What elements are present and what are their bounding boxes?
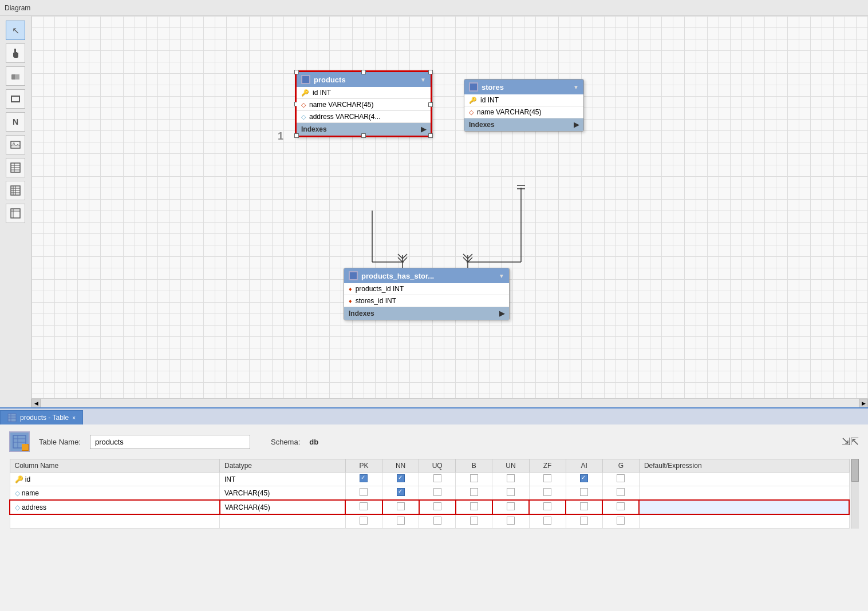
row-un-id[interactable] xyxy=(492,473,529,486)
select-tool-btn[interactable]: ↖ xyxy=(6,21,25,40)
col-header-b: B xyxy=(456,459,492,473)
products-table-tab[interactable]: products - Table × xyxy=(0,410,83,424)
resize-handle-br[interactable] xyxy=(428,133,433,138)
row-nn-id[interactable] xyxy=(382,473,419,486)
table-row-selected[interactable]: ◇ address VARCHAR(45) xyxy=(10,500,849,514)
col-header-nn: NN xyxy=(382,459,419,473)
table-row-empty[interactable] xyxy=(10,514,849,529)
row-un-name[interactable] xyxy=(492,486,529,501)
relation-tool-btn[interactable] xyxy=(6,181,25,200)
scrollbar-thumb[interactable] xyxy=(851,459,859,482)
tab-close-btn[interactable]: × xyxy=(72,415,76,421)
empty-uq[interactable] xyxy=(419,514,456,529)
diagram-canvas[interactable]: 1 products ▼ 🔑 id INT ◇ name VARCHAR(45)… xyxy=(31,16,868,416)
empty-g[interactable] xyxy=(602,514,639,529)
row-pk-name[interactable] xyxy=(345,486,382,501)
grid-scrollbar[interactable] xyxy=(851,459,859,529)
phs-row-stores-id[interactable]: ♦ stores_id INT xyxy=(344,295,509,307)
row-zf-address[interactable] xyxy=(529,500,566,514)
resize-handle-tm[interactable] xyxy=(361,70,366,74)
row-ai-address[interactable] xyxy=(566,500,602,514)
phs-dropdown[interactable]: ▼ xyxy=(499,273,504,279)
image-tool-btn[interactable] xyxy=(6,135,25,154)
row-g-address[interactable] xyxy=(602,500,639,514)
col-header-name: Column Name xyxy=(10,459,220,473)
empty-ai[interactable] xyxy=(566,514,602,529)
products-row-name[interactable]: ◇ name VARCHAR(45) xyxy=(297,99,431,111)
products-row-id[interactable]: 🔑 id INT xyxy=(297,87,431,99)
phs-footer[interactable]: Indexes ▶ xyxy=(344,307,509,320)
stores-footer[interactable]: Indexes ▶ xyxy=(464,118,583,131)
table-products-has-stores[interactable]: products_has_stor... ▼ ♦ products_id INT… xyxy=(344,268,510,320)
row-datatype-name: VARCHAR(45) xyxy=(220,486,346,501)
products-row-address[interactable]: ◇ address VARCHAR(4... xyxy=(297,111,431,123)
row-uq-id[interactable] xyxy=(419,473,456,486)
resize-handle-tr[interactable] xyxy=(428,70,433,74)
eraser-tool-btn[interactable] xyxy=(6,66,25,86)
empty-zf[interactable] xyxy=(529,514,566,529)
row-handle-name[interactable] xyxy=(428,102,433,107)
scroll-right-arrow[interactable]: ▶ xyxy=(859,399,868,408)
resize-handle-tl[interactable] xyxy=(294,70,299,74)
products-col-name: name VARCHAR(45) xyxy=(309,101,373,109)
row-zf-name[interactable] xyxy=(529,486,566,501)
stores-header[interactable]: stores ▼ xyxy=(464,80,583,94)
row-b-id[interactable] xyxy=(456,473,492,486)
products-indexes-label: Indexes xyxy=(301,125,327,133)
tab-icon xyxy=(7,413,17,422)
diagram-scrollbar[interactable]: ◀ ▶ xyxy=(31,398,868,407)
phs-col-stores-id: stores_id INT xyxy=(356,297,396,305)
products-table-icon xyxy=(301,75,310,84)
hand-tool-btn[interactable] xyxy=(6,43,25,63)
row-un-address[interactable] xyxy=(492,500,529,514)
empty-un[interactable] xyxy=(492,514,529,529)
phs-row-products-id[interactable]: ♦ products_id INT xyxy=(344,283,509,295)
row-g-name[interactable] xyxy=(602,486,639,501)
empty-nn[interactable] xyxy=(382,514,419,529)
row-b-address[interactable] xyxy=(456,500,492,514)
expand-button[interactable]: ⇲⇱ xyxy=(842,435,859,448)
phs-header[interactable]: products_has_stor... ▼ xyxy=(344,268,509,283)
phs-fk-icon-1: ♦ xyxy=(349,285,352,292)
row-pk-id[interactable] xyxy=(345,473,382,486)
table-grid-tool-btn[interactable] xyxy=(6,158,25,177)
table-row[interactable]: ◇ name VARCHAR(45) xyxy=(10,486,849,501)
bottom-panel: products - Table × Table Name: Schema: d… xyxy=(0,407,868,611)
table-stores[interactable]: stores ▼ 🔑 id INT ◇ name VARCHAR(45) Ind… xyxy=(464,79,584,132)
phs-indexes-arrow: ▶ xyxy=(499,310,504,318)
table-name-input[interactable] xyxy=(90,435,250,449)
row-uq-name[interactable] xyxy=(419,486,456,501)
row-ai-name[interactable] xyxy=(566,486,602,501)
scroll-track[interactable] xyxy=(41,399,859,407)
row-b-name[interactable] xyxy=(456,486,492,501)
table-row[interactable]: 🔑 id INT xyxy=(10,473,849,486)
row-uq-address[interactable] xyxy=(419,500,456,514)
row-ai-id[interactable] xyxy=(566,473,602,486)
none-icon: ◇ xyxy=(301,113,306,121)
empty-pk[interactable] xyxy=(345,514,382,529)
empty-b[interactable] xyxy=(456,514,492,529)
svg-rect-35 xyxy=(8,414,16,422)
row-nn-name[interactable] xyxy=(382,486,419,501)
text-tool-btn[interactable]: N xyxy=(6,112,25,132)
resize-handle-bm[interactable] xyxy=(361,133,366,138)
row-g-id[interactable] xyxy=(602,473,639,486)
fk-icon: ◇ xyxy=(301,101,306,109)
phs-title: products_has_stor... xyxy=(361,272,434,280)
rectangle-tool-btn[interactable] xyxy=(6,89,25,109)
row-nn-address[interactable] xyxy=(382,500,419,514)
col-header-uq: UQ xyxy=(419,459,456,473)
svg-line-34 xyxy=(468,257,472,262)
col-header-g: G xyxy=(602,459,639,473)
row-pk-address[interactable] xyxy=(345,500,382,514)
stores-row-name[interactable]: ◇ name VARCHAR(45) xyxy=(464,106,583,118)
resize-handle-bl[interactable] xyxy=(294,133,299,138)
products-dropdown[interactable]: ▼ xyxy=(420,77,426,83)
phs-col-products-id: products_id INT xyxy=(356,285,404,293)
row-zf-id[interactable] xyxy=(529,473,566,486)
stores-row-id[interactable]: 🔑 id INT xyxy=(464,94,583,106)
stores-dropdown[interactable]: ▼ xyxy=(573,84,579,90)
table-products[interactable]: products ▼ 🔑 id INT ◇ name VARCHAR(45) ◇… xyxy=(295,70,432,137)
view-tool-btn[interactable] xyxy=(6,204,25,223)
scroll-left-arrow[interactable]: ◀ xyxy=(31,399,41,408)
